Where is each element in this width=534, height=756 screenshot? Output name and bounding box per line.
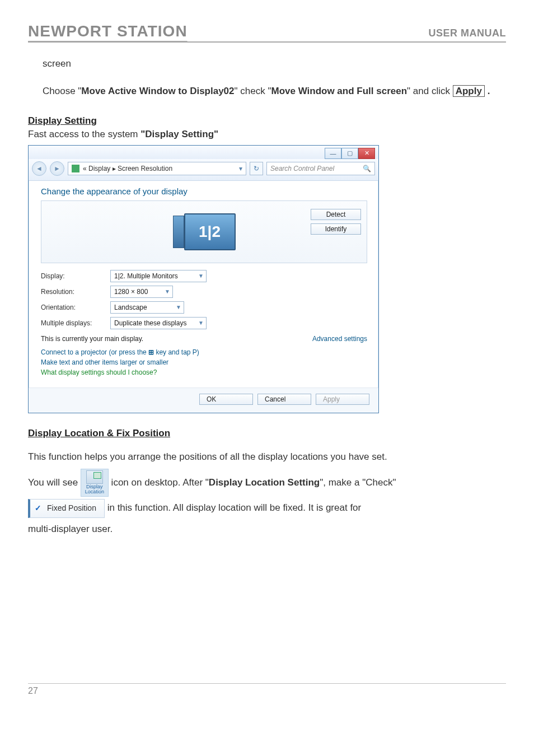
text-fragment: ", make a "Check" xyxy=(320,477,396,487)
text-fragment: icon on desktop. After " xyxy=(111,477,209,487)
search-placeholder: Search Control Panel xyxy=(270,165,334,172)
display-select-value: 1|2. Multiple Monitors xyxy=(114,272,178,280)
paragraph-loc-icon-line: You will see Display Location icon on de… xyxy=(28,469,506,497)
ok-button[interactable]: OK xyxy=(199,394,253,405)
chevron-down-icon: ▼ xyxy=(198,273,204,279)
advanced-settings-link[interactable]: Advanced settings xyxy=(312,335,367,343)
apply-button[interactable]: Apply xyxy=(316,394,369,405)
search-input[interactable]: Search Control Panel 🔍 xyxy=(266,162,375,175)
text-fragment: " check " xyxy=(235,86,271,96)
main-display-line: This is currently your main display. Adv… xyxy=(41,335,367,343)
bold-move-active: Move Active Window to Display02 xyxy=(81,86,234,96)
breadcrumb[interactable]: « Display ▸ Screen Resolution ▾ xyxy=(68,162,246,175)
control-panel-icon xyxy=(72,165,79,172)
paragraph-fixed-position-line: ✓ Fixed Position in this function. All d… xyxy=(28,499,506,518)
page-number: 27 xyxy=(28,683,506,696)
fixed-position-menu-item[interactable]: ✓ Fixed Position xyxy=(28,499,105,518)
display-select[interactable]: 1|2. Multiple Monitors▼ xyxy=(110,270,207,282)
search-icon: 🔍 xyxy=(363,165,371,172)
paragraph-screen: screen xyxy=(43,56,506,72)
apply-key: Apply xyxy=(453,85,485,97)
desktop-icon-label: Display Location xyxy=(85,484,104,495)
text-fragment: Choose " xyxy=(43,86,81,96)
detect-button[interactable]: Detect xyxy=(311,209,361,220)
display-preview[interactable]: 1|2 Detect Identify xyxy=(41,200,367,263)
text-period: . xyxy=(485,86,490,96)
bold-move-window: Move Window and Full screen xyxy=(271,86,407,96)
paragraph-loc-last: multi-displayer user. xyxy=(28,521,506,538)
bold-display-location-setting: Display Location Setting xyxy=(209,477,320,487)
paragraph-choose: Choose "Move Active Window to Display02"… xyxy=(43,83,506,100)
resolution-select-value: 1280 × 800 xyxy=(114,288,148,296)
breadcrumb-text: « Display ▸ Screen Resolution xyxy=(83,165,172,172)
nav-forward-button[interactable]: ► xyxy=(50,161,64,176)
window-controls: — ▢ ✕ xyxy=(29,146,378,159)
row-orientation: Orientation: Landscape▼ xyxy=(41,301,367,314)
heading-display-location: Display Location & Fix Position xyxy=(28,428,506,439)
row-display: Display: 1|2. Multiple Monitors▼ xyxy=(41,270,367,282)
page-header: NEWPORT STATION USER MANUAL xyxy=(28,22,506,43)
projector-link[interactable]: Connect to a projector (or press the ⊞ k… xyxy=(41,348,367,356)
cancel-button[interactable]: Cancel xyxy=(257,394,311,405)
windows-key-icon: ⊞ xyxy=(148,348,154,356)
nav-back-button[interactable]: ◄ xyxy=(32,161,46,176)
address-bar: ◄ ► « Display ▸ Screen Resolution ▾ ↻ Se… xyxy=(29,159,378,181)
multiple-displays-select[interactable]: Duplicate these displays▼ xyxy=(110,317,207,329)
chevron-down-icon: ▼ xyxy=(176,304,181,310)
projector-text-b: key and tap P) xyxy=(154,348,199,356)
text-fragment: Fast access to the system xyxy=(28,129,140,139)
monitor-main-icon: 1|2 xyxy=(184,213,236,250)
display-location-desktop-icon[interactable]: Display Location xyxy=(81,469,109,497)
projector-text-a: Connect to a projector (or press the xyxy=(41,348,148,356)
main-display-text: This is currently your main display. xyxy=(41,335,143,343)
monitor-number: 1|2 xyxy=(199,223,221,241)
bold-display-setting: "Display Setting" xyxy=(140,129,218,139)
multiple-displays-value: Duplicate these displays xyxy=(114,319,186,327)
dialog-button-row: OK Cancel Apply xyxy=(29,388,378,413)
text-fragment: " and click xyxy=(407,86,453,96)
label-display: Display: xyxy=(41,272,102,280)
label-resolution: Resolution: xyxy=(41,288,102,296)
text-fragment: You will see xyxy=(28,477,81,487)
chevron-down-icon[interactable]: ▾ xyxy=(239,165,242,172)
close-button[interactable]: ✕ xyxy=(358,148,375,159)
check-icon: ✓ xyxy=(35,502,41,515)
desktop-icon-graphic xyxy=(86,470,103,484)
text-fragment: in this function. All display location w… xyxy=(107,503,362,514)
monitor-graphic: 1|2 xyxy=(173,213,236,250)
dialog-body: Change the appearance of your display 1|… xyxy=(29,181,378,388)
orientation-select-value: Landscape xyxy=(114,304,147,311)
text-size-link[interactable]: Make text and other items larger or smal… xyxy=(41,358,367,366)
chevron-down-icon: ▼ xyxy=(198,320,204,326)
heading-display-setting: Display Setting xyxy=(28,115,506,127)
orientation-select[interactable]: Landscape▼ xyxy=(110,301,184,314)
doc-title: NEWPORT STATION xyxy=(28,22,188,40)
paragraph-fast-access: Fast access to the system "Display Setti… xyxy=(28,127,506,143)
fixed-position-label: Fixed Position xyxy=(47,502,96,515)
screen-resolution-dialog: — ▢ ✕ ◄ ► « Display ▸ Screen Resolution … xyxy=(28,145,379,413)
doc-subtitle: USER MANUAL xyxy=(429,27,507,39)
dialog-title: Change the appearance of your display xyxy=(41,186,367,196)
row-multiple: Multiple displays: Duplicate these displ… xyxy=(41,317,367,329)
monitor-side-icon xyxy=(173,216,184,248)
paragraph-loc-intro: This function helps you arrange the posi… xyxy=(28,449,506,465)
chevron-down-icon: ▼ xyxy=(165,288,170,295)
help-link[interactable]: What display settings should I choose? xyxy=(41,368,367,376)
maximize-button[interactable]: ▢ xyxy=(341,148,358,159)
row-resolution: Resolution: 1280 × 800▼ xyxy=(41,286,367,298)
label-multiple: Multiple displays: xyxy=(41,319,102,327)
minimize-button[interactable]: — xyxy=(325,148,341,159)
refresh-button[interactable]: ↻ xyxy=(250,162,263,175)
label-orientation: Orientation: xyxy=(41,304,102,311)
resolution-select[interactable]: 1280 × 800▼ xyxy=(110,286,173,298)
identify-button[interactable]: Identify xyxy=(311,223,361,235)
